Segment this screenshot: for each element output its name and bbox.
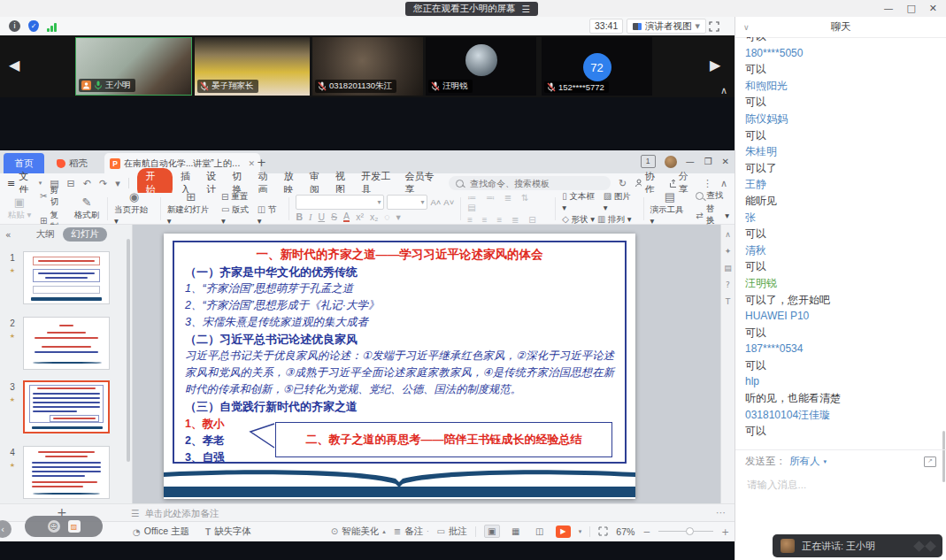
cut-button[interactable]: ✂剪切 [40,185,66,208]
list-buttons-row[interactable]: ≔ ≕ ≣ ⇅ ▤ [467,193,549,212]
comments-toggle[interactable]: ▭ 批注 [436,525,466,538]
video-tile[interactable]: 晏子翔家长 [195,37,310,96]
close-button[interactable]: ✕ [929,2,937,15]
collapse-strip-chevron[interactable]: ∧ [720,85,727,96]
italic-button[interactable]: I [309,212,312,222]
wps-minimize-button[interactable]: — [686,157,695,166]
command-search-box[interactable] [449,176,611,190]
grow-font-button[interactable]: A˄ [430,197,441,207]
superscript-button[interactable]: x² [356,211,364,222]
print-icon[interactable]: ⊟ [67,178,75,189]
chat-sender[interactable]: 朱桂明 [745,143,936,160]
chat-sender[interactable]: HUAWEI P10 [745,308,936,325]
new-tab-button[interactable]: + [257,156,266,169]
highlight-button[interactable]: ▾ [396,211,400,222]
maximize-button[interactable]: □ [906,2,915,15]
account-avatar[interactable] [665,156,677,168]
beautify-sparkle-icon[interactable]: ✦ [725,247,732,256]
normal-view-button[interactable]: ▣ [484,525,500,538]
new-slide-button[interactable]: ⊞新建幻灯片 ▾ [167,191,215,226]
layout-button[interactable]: ▭ 版式 ▾ [221,204,255,226]
text-tool-icon[interactable]: T [726,297,731,306]
video-tile[interactable]: 0318201130朱江 [312,37,423,96]
close-tab-icon[interactable]: ✕ [248,159,255,168]
chat-sender[interactable]: 187****0534 [745,341,936,357]
current-slide[interactable]: 一、新时代的齐家之道——学习习近平论述家风的体会 （一）齐家是中华文化的优秀传统… [164,234,635,499]
view-mode-button[interactable]: 演讲者视图 ▼ [627,19,706,34]
font-color-button[interactable]: A [343,211,350,222]
scroll-right-arrow[interactable]: ▶ [710,57,720,74]
slide-thumbnail-selected[interactable] [23,380,110,433]
chat-sender[interactable]: 陈仪妈妈 [745,111,936,127]
video-tile[interactable]: 72 152****5772 [542,37,652,96]
slide-sorter-view-button[interactable]: ▦ [508,525,524,538]
underline-button[interactable]: U [319,211,326,222]
collapse-ribbon-icon[interactable]: ∧ [720,178,727,189]
theme-indicator[interactable]: ◔ Office 主题 [133,525,189,538]
clear-format-button[interactable]: ◌ [384,211,389,222]
fit-slide-icon[interactable] [598,526,608,536]
tab-docer[interactable]: 稻壳 [50,153,95,173]
zoom-level[interactable]: 67% [616,526,635,537]
zoom-out-button[interactable]: − [642,526,650,537]
notes-toggle[interactable]: ≣ 备注 · [394,525,429,538]
missing-font-indicator[interactable]: T 缺失字体 [205,525,251,538]
scroll-left-arrow[interactable]: ◀ [9,57,19,74]
strikethrough-button[interactable]: S [331,211,337,222]
slide-thumbnail[interactable] [23,317,110,370]
zoom-in-button[interactable]: + [721,526,729,537]
clipboard-pane-icon[interactable]: ▤ [724,264,732,272]
notes-placeholder[interactable]: ☰ 单击此处添加备注 [131,508,219,520]
section-button[interactable]: ◫ 节 ▾ [258,204,283,226]
wps-restore-button[interactable]: ❐ [704,157,712,166]
reading-view-button[interactable]: ◫ [532,525,548,538]
minimize-button[interactable]: — [883,2,893,15]
image-share-icon[interactable]: ▨ [68,520,81,533]
tab-slides[interactable]: 幻灯片 [63,227,107,242]
task-badge[interactable]: 1 [641,155,656,168]
presentation-tools-button[interactable]: ▤演示工具 ▾ [650,191,690,226]
replace-button[interactable]: ⇄替换 ▾ [696,203,729,226]
slide-thumbnail[interactable] [23,251,110,304]
banner-menu-icon[interactable]: ☰ [522,4,530,14]
notes-more-icon[interactable]: ⋯ [716,507,726,518]
send-to-select[interactable]: 所有人 [789,455,820,468]
zoom-slider-knob[interactable] [686,527,694,535]
find-button[interactable]: 查找 [696,190,729,202]
picture-button[interactable]: ▨ 图片 ▾ [604,191,637,212]
chat-collapse-chevron[interactable]: ∨ [743,23,750,32]
tab-outline[interactable]: 大纲 [35,228,54,241]
chat-sender[interactable]: 汪明锐 [745,275,936,292]
collapse-panel-icon[interactable]: « [5,229,11,240]
chat-sender[interactable]: hlp [745,373,936,390]
play-options-chevron[interactable]: ▾ [579,528,582,535]
shrink-font-button[interactable]: A˅ [443,197,454,207]
chat-sender[interactable]: 张 [745,210,936,226]
help-icon[interactable]: ? [726,280,730,289]
video-tile[interactable]: 汪明锐 [426,37,536,96]
wps-close-button[interactable]: ✕ [722,157,729,166]
info-icon[interactable]: i [9,20,20,32]
cloud-sync-icon[interactable]: ↻ [619,178,627,189]
font-size-select[interactable]: ▾ [387,195,427,210]
align-buttons-row[interactable]: ≡ ≡ ≡ ≣ ⊟ [467,215,549,225]
smart-beautify-button[interactable]: ⊙ 智能美化 ▴ [331,525,386,538]
subscript-button[interactable]: x₂ [370,211,378,222]
search-input[interactable] [468,178,604,189]
chat-input[interactable] [745,479,940,491]
chat-sender[interactable]: 031810104汪佳璇 [745,407,936,424]
reset-button[interactable]: ⊟重置 [221,191,283,203]
start-from-page-button[interactable]: ◉当页开始 ▾ [114,191,154,226]
textbox-button[interactable]: ▯ 文本框 ▾ [562,191,600,212]
bold-button[interactable]: B [296,211,303,222]
fullscreen-button[interactable] [709,19,719,35]
chat-sender[interactable]: 180****5050 [745,45,936,62]
popout-chat-icon[interactable]: ↗ [924,456,936,467]
send-to-chevron[interactable]: ▾ [824,458,827,465]
chat-message-list[interactable]: 可以 180****5050 可以 和煦阳光 可以 陈仪妈妈 可以 朱桂明 可以… [735,37,946,449]
undo-icon[interactable]: ↶ [83,178,91,189]
font-family-select[interactable]: ▾ [296,195,384,210]
play-slideshow-button[interactable]: ▶ [556,525,571,538]
floating-toolbar-pill[interactable]: ☺ ▨ [25,516,103,537]
scroll-up-icon[interactable]: ∧ [725,230,731,239]
